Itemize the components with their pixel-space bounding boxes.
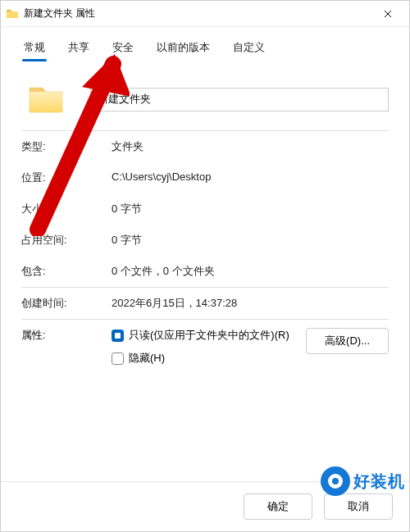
contains-value: 0 个文件，0 个文件夹 [112,264,389,279]
size-on-disk-label: 占用空间: [21,233,112,248]
readonly-label: 只读(仅应用于文件夹中的文件)(R) [129,328,289,343]
advanced-button[interactable]: 高级(D)... [306,328,389,354]
location-label: 位置: [21,171,112,185]
size-on-disk-value: 0 字节 [112,233,389,248]
tab-general[interactable]: 常规 [12,34,57,63]
titlebar: 新建文件夹 属性 [1,1,409,27]
contains-label: 包含: [21,264,112,279]
location-value: C:\Users\cyj\Desktop [112,171,389,183]
folder-name-input[interactable] [90,88,389,111]
readonly-checkbox[interactable] [112,330,124,342]
tab-previous-versions[interactable]: 以前的版本 [145,34,221,63]
properties-dialog: 新建文件夹 属性 常规 共享 安全 以前的版本 自定义 类型:文件夹 位置:C:… [0,0,410,532]
cancel-button[interactable]: 取消 [324,493,393,520]
watermark-text: 好装机 [353,471,405,493]
folder-icon [6,7,19,20]
type-value: 文件夹 [112,139,389,154]
hidden-checkbox[interactable] [112,352,124,365]
type-label: 类型: [21,139,112,154]
size-label: 大小: [21,202,112,216]
attributes-label: 属性: [21,328,112,343]
created-value: 2022年6月15日，14:37:28 [112,296,389,311]
tab-sharing[interactable]: 共享 [57,34,101,63]
tab-customize[interactable]: 自定义 [221,34,276,63]
ok-button[interactable]: 确定 [244,493,312,520]
created-label: 创建时间: [21,296,112,311]
close-button[interactable] [371,1,404,27]
tab-security[interactable]: 安全 [101,34,145,63]
watermark: 好装机 [321,466,405,496]
general-tab-content: 类型:文件夹 位置:C:\Users\cyj\Desktop 大小:0 字节 占… [1,63,409,481]
tab-bar: 常规 共享 安全 以前的版本 自定义 [1,27,409,63]
folder-large-icon [26,80,66,119]
window-title: 新建文件夹 属性 [24,7,371,20]
watermark-icon [321,466,350,496]
hidden-label: 隐藏(H) [129,351,165,366]
size-value: 0 字节 [112,202,389,216]
